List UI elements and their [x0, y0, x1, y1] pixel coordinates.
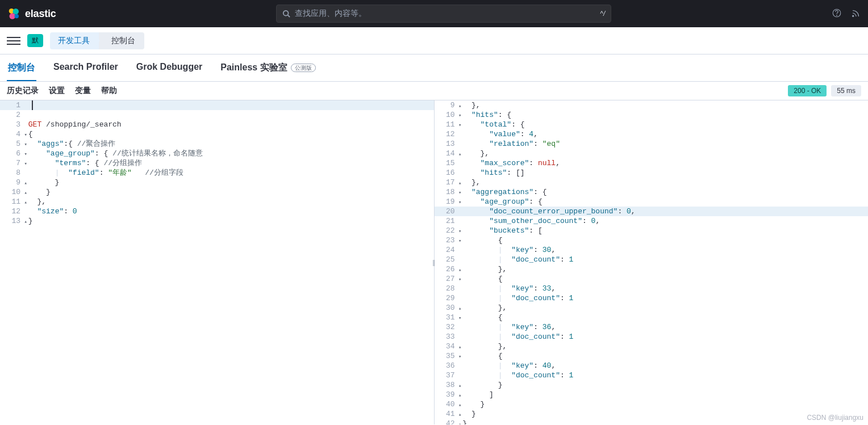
breadcrumb-item-console[interactable]: 控制台 [99, 32, 144, 49]
code-content [24, 111, 28, 119]
code-line[interactable]: 5▾ "aggs":{ //聚合操作 [0, 139, 434, 149]
fold-icon[interactable]: ▴ [24, 188, 27, 198]
code-line[interactable]: 40▴ } [435, 399, 869, 409]
code-line[interactable]: 15 "max_score": null, [435, 158, 869, 168]
code-line[interactable]: 3 GET /shopping/_search [0, 120, 434, 129]
fold-icon[interactable]: ▴ [458, 179, 461, 188]
code-line[interactable]: 18▾ "aggregations": { [435, 187, 869, 197]
code-line[interactable]: 7▾ "terms": { //分组操作 [0, 158, 434, 168]
tab-2[interactable]: Grok Debugger [135, 55, 203, 81]
fold-icon[interactable]: ▴ [458, 381, 461, 391]
code-line[interactable]: 34▴ }, [435, 342, 869, 351]
fold-icon[interactable]: ▴ [458, 420, 461, 424]
code-line[interactable]: 32 | "key": 36, [435, 322, 869, 332]
code-line[interactable]: 2 [0, 110, 434, 120]
line-number: 21 [435, 216, 458, 226]
code-line[interactable]: 9▴ }, [435, 100, 869, 110]
code-line[interactable]: 19▾ "age_group": { [435, 197, 869, 207]
fold-icon[interactable]: ▴ [458, 150, 461, 159]
fold-icon[interactable]: ▾ [24, 140, 27, 150]
breadcrumb-item-devtools[interactable]: 开发工具 [50, 32, 99, 49]
code-line[interactable]: 30▴ }, [435, 303, 869, 313]
toolbar-item-0[interactable]: 历史记录 [7, 86, 39, 96]
code-line[interactable]: 1 [0, 100, 434, 110]
fold-icon[interactable]: ▴ [458, 391, 461, 401]
code-line[interactable]: 10▾ "hits": { [435, 110, 869, 120]
code-line[interactable]: 26▴ }, [435, 264, 869, 274]
code-line[interactable]: 6▾ "age_group": { //统计结果名称，命名随意 [0, 149, 434, 158]
code-line[interactable]: 29 | "doc_count": 1 [435, 293, 869, 303]
response-viewer[interactable]: 9▴ },10▾ "hits": {11▾ "total": {12 "valu… [435, 100, 869, 424]
fold-icon[interactable]: ▴ [24, 198, 27, 208]
code-line[interactable]: 24 | "key": 30, [435, 245, 869, 255]
code-line[interactable]: 35▾ { [435, 351, 869, 361]
code-line[interactable]: 4▾ { [0, 129, 434, 139]
code-content: | "key": 36, [458, 323, 556, 331]
help-icon[interactable] [832, 8, 842, 20]
code-line[interactable]: 10▴ } [0, 187, 434, 197]
space-badge[interactable]: 默 [27, 34, 43, 47]
code-line[interactable]: 20 "doc_count_error_upper_bound": 0, [435, 207, 869, 216]
fold-icon[interactable]: ▾ [458, 121, 461, 131]
code-line[interactable]: 39▴ ] [435, 390, 869, 399]
request-editor[interactable]: 1 2 3 GET /shopping/_search4▾ {5▾ "aggs"… [0, 100, 434, 424]
tab-0[interactable]: 控制台 [7, 55, 36, 81]
fold-icon[interactable]: ▾ [458, 275, 461, 285]
code-line[interactable]: 8 | "field": "年龄" //分组字段 [0, 168, 434, 178]
code-line[interactable]: 17▴ }, [435, 178, 869, 187]
code-line[interactable]: 12 "size": 0 [0, 207, 434, 216]
code-line[interactable]: 11▾ "total": { [435, 120, 869, 129]
fold-icon[interactable]: ▾ [458, 352, 461, 362]
code-line[interactable]: 42▴ } [435, 419, 869, 424]
code-line[interactable]: 13▴ } [0, 216, 434, 226]
code-line[interactable]: 41▴ } [435, 409, 869, 419]
code-line[interactable]: 14▴ }, [435, 149, 869, 158]
code-line[interactable]: 27▾ { [435, 274, 869, 284]
fold-icon[interactable]: ▾ [24, 159, 27, 169]
code-content: }, [458, 265, 507, 273]
fold-icon[interactable]: ▴ [458, 304, 461, 314]
code-line[interactable]: 23▾ { [435, 235, 869, 245]
fold-icon[interactable]: ▴ [458, 401, 461, 410]
code-line[interactable]: 21 "sum_other_doc_count": 0, [435, 216, 869, 226]
fold-icon[interactable]: ▾ [458, 198, 461, 208]
global-search[interactable]: 查找应用、内容等。 ^/ [276, 5, 611, 23]
fold-icon[interactable]: ▴ [458, 410, 461, 420]
code-line[interactable]: 28 | "key": 33, [435, 284, 869, 293]
code-content: "sum_other_doc_count": 0, [458, 217, 600, 225]
nav-toggle-button[interactable] [7, 34, 20, 48]
code-line[interactable]: 13 "relation": "eq" [435, 139, 869, 149]
fold-icon[interactable]: ▾ [458, 237, 461, 246]
fold-icon[interactable]: ▴ [24, 217, 27, 227]
code-line[interactable]: 36 | "key": 40, [435, 361, 869, 371]
fold-icon[interactable]: ▾ [458, 314, 461, 323]
toolbar-item-2[interactable]: 变量 [75, 86, 91, 96]
toolbar-item-3[interactable]: 帮助 [101, 86, 117, 96]
fold-icon[interactable]: ▴ [458, 102, 461, 111]
tab-3[interactable]: Painless 实验室公测版 [219, 55, 316, 81]
tab-1[interactable]: Search Profiler [52, 55, 119, 81]
fold-icon[interactable]: ▾ [458, 188, 461, 198]
code-line[interactable]: 31▾ { [435, 313, 869, 322]
code-line[interactable]: 16 "hits": [] [435, 168, 869, 178]
fold-icon[interactable]: ▾ [458, 111, 461, 121]
code-line[interactable]: 11▴ }, [0, 197, 434, 207]
brand-logo[interactable]: elastic [7, 7, 56, 20]
code-line[interactable]: 22▾ "buckets": [ [435, 226, 869, 235]
code-line[interactable]: 33 | "doc_count": 1 [435, 332, 869, 342]
code-line[interactable]: 38▴ } [435, 380, 869, 390]
fold-icon[interactable]: ▾ [24, 150, 27, 159]
code-line[interactable]: 25 | "doc_count": 1 [435, 255, 869, 264]
fold-icon[interactable]: ▴ [458, 266, 461, 275]
code-content: | "doc_count": 1 [458, 371, 574, 380]
fold-icon[interactable]: ▴ [458, 343, 461, 352]
code-line[interactable]: 12 "value": 4, [435, 129, 869, 139]
fold-icon[interactable]: ▾ [24, 131, 27, 140]
code-line[interactable]: 37 | "doc_count": 1 [435, 371, 869, 380]
code-line[interactable]: 9▴ } [0, 178, 434, 187]
newsfeed-icon[interactable] [851, 8, 861, 20]
fold-icon[interactable]: ▾ [458, 227, 461, 237]
toolbar-item-1[interactable]: 设置 [49, 86, 65, 96]
breadcrumb: 开发工具 控制台 [50, 32, 144, 49]
fold-icon[interactable]: ▴ [24, 179, 27, 188]
